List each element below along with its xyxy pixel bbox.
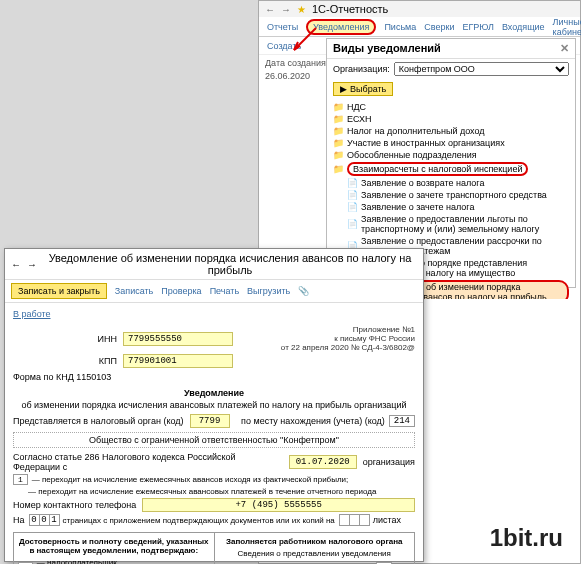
tab-egrul[interactable]: ЕГРЮЛ xyxy=(462,22,493,32)
upload-button[interactable]: Выгрузить xyxy=(247,286,290,296)
tab-sverki[interactable]: Сверки xyxy=(424,22,454,32)
bg-titlebar: ← → ★ 1С-Отчетность xyxy=(259,1,580,17)
pages-box[interactable]: 001 xyxy=(29,514,59,526)
colR-title: Заполняется работником налогового органа xyxy=(219,537,411,546)
place-code[interactable]: 214 xyxy=(389,415,415,427)
org-label: Организация: xyxy=(333,64,390,74)
panel-title: Виды уведомлений xyxy=(333,42,441,55)
create-button[interactable]: Создать xyxy=(267,41,301,51)
nav-back[interactable]: ← xyxy=(11,259,21,270)
tree-item-label: Заявление о зачете транспортного средств… xyxy=(361,190,547,200)
org-row: Организация: Конфетпром ООО xyxy=(327,59,575,79)
tree-item-label: Заявление о предоставлении льготы по тра… xyxy=(361,214,569,234)
tree-item[interactable]: 📄Заявление о возврате налога xyxy=(347,177,569,189)
tree-item[interactable]: 📁ЕСХН xyxy=(333,113,569,125)
document-icon: 📄 xyxy=(347,178,358,188)
tab-incoming[interactable]: Входящие xyxy=(502,22,545,32)
attach-icon[interactable]: 📎 xyxy=(298,286,309,296)
nav-fwd[interactable]: → xyxy=(27,259,37,270)
opt1-box[interactable]: 1 xyxy=(13,474,28,485)
check-icon: ▶ xyxy=(340,84,347,94)
org-select[interactable]: Конфетпром ООО xyxy=(394,62,569,76)
phone-field[interactable]: +7 (495) 5555555 xyxy=(142,498,415,512)
status-link[interactable]: В работе xyxy=(13,309,415,319)
nav-fwd[interactable]: → xyxy=(281,4,291,15)
form-title: Уведомление об изменении порядка исчисле… xyxy=(43,252,417,276)
panel-titlebar: Виды уведомлений ✕ xyxy=(327,39,575,59)
select-button[interactable]: ▶ Выбрать xyxy=(333,82,393,96)
inn-field[interactable]: 7799555550 xyxy=(123,332,233,346)
article-tail: организация xyxy=(363,457,415,467)
tree-item-label: Заявление о зачете налога xyxy=(361,202,474,212)
kpp-field[interactable]: 779901001 xyxy=(123,354,233,368)
save-close-button[interactable]: Записать и закрыть xyxy=(11,283,107,299)
tree-item[interactable]: 📄Заявление о предоставлении льготы по тр… xyxy=(347,213,569,235)
attach-pages-box[interactable] xyxy=(339,514,369,526)
document-icon: 📄 xyxy=(347,219,358,229)
nav-back[interactable]: ← xyxy=(265,4,275,15)
present-code[interactable]: 7799 xyxy=(190,414,230,428)
pages-pre: На xyxy=(13,515,25,525)
print-button[interactable]: Печать xyxy=(210,286,239,296)
tab-letters[interactable]: Письма xyxy=(384,22,416,32)
tab-lk[interactable]: Личные кабинеты xyxy=(553,17,581,37)
tree-item[interactable]: 📁Налог на дополнительный доход xyxy=(333,125,569,137)
tree-item-label: Участие в иностранных организациях xyxy=(347,138,505,148)
article-label: Согласно статье 286 Налогового кодекса Р… xyxy=(13,452,283,472)
signature-columns: Достоверность и полноту сведений, указан… xyxy=(13,532,415,564)
form-titlebar: ← → Уведомление об изменении порядка исч… xyxy=(5,249,423,280)
folder-icon: 📁 xyxy=(333,150,344,160)
tree-item-label: Заявление о возврате налога xyxy=(361,178,484,188)
folder-icon: 📁 xyxy=(333,102,344,112)
form-window: ← → Уведомление об изменении порядка исч… xyxy=(4,248,424,562)
tab-notifications[interactable]: Уведомления xyxy=(306,19,376,35)
opt2-text: — переходит на исчисление ежемесячных ав… xyxy=(28,487,376,496)
left-list: Дата создания 26.06.2020 xyxy=(265,55,326,84)
article-date[interactable]: 01.07.2020 xyxy=(289,455,357,469)
tree-item[interactable]: 📁НДС xyxy=(333,101,569,113)
folder-icon: 📁 xyxy=(333,126,344,136)
folder-icon: 📁 xyxy=(333,114,344,124)
col-right: Заполняется работником налогового органа… xyxy=(215,532,416,564)
folder-icon: 📁 xyxy=(333,164,344,174)
star-icon: ★ xyxy=(297,4,306,15)
tabbar: Отчеты Уведомления Письма Сверки ЕГРЮЛ В… xyxy=(259,17,580,37)
tree-item[interactable]: 📁Участие в иностранных организациях xyxy=(333,137,569,149)
tree-item-label: Обособленные подразделения xyxy=(347,150,477,160)
present-label: Представляется в налоговый орган (код) xyxy=(13,416,184,426)
annex-note: Приложение №1 к письму ФНС России от 22 … xyxy=(281,325,415,352)
form-number: Форма по КНД 1150103 xyxy=(13,372,415,382)
document-icon: 📄 xyxy=(347,202,358,212)
left-list-date[interactable]: 26.06.2020 xyxy=(265,71,326,81)
org-name-field[interactable]: Общество с ограниченной ответственностью… xyxy=(13,432,415,448)
panel-close[interactable]: ✕ xyxy=(560,42,569,55)
inn-label: ИНН xyxy=(13,334,123,344)
tree-item-label: Налог на дополнительный доход xyxy=(347,126,485,136)
tree-item[interactable]: 📁Взаиморасчеты с налоговой инспекцией xyxy=(333,161,569,177)
phone-label: Номер контактного телефона xyxy=(13,500,136,510)
tree-item[interactable]: 📄Заявление о зачете транспортного средст… xyxy=(347,189,569,201)
left-list-hdr: Дата создания xyxy=(265,58,326,68)
tree-item[interactable]: 📁Обособленные подразделения xyxy=(333,149,569,161)
doc-heading1: Уведомление xyxy=(13,388,415,398)
pages-post: листах xyxy=(373,515,401,525)
doc-heading2: об изменении порядка исчисления авансовы… xyxy=(13,400,415,410)
pages-mid: страницах с приложением подтверждающих д… xyxy=(63,516,335,525)
tree-item-label: ЕСХН xyxy=(347,114,372,124)
tab-reports[interactable]: Отчеты xyxy=(267,22,298,32)
document-icon: 📄 xyxy=(347,190,358,200)
place-label: по месту нахождения (учета) (код) xyxy=(241,416,385,426)
tree-item-label: НДС xyxy=(347,102,366,112)
watermark: 1bit.ru xyxy=(490,524,563,552)
app-title: 1С-Отчетность xyxy=(312,3,388,15)
colR-sub: Сведения о представлении уведомления xyxy=(219,549,411,558)
save-button[interactable]: Записать xyxy=(115,286,153,296)
check-button[interactable]: Проверка xyxy=(161,286,201,296)
folder-icon: 📁 xyxy=(333,138,344,148)
colL-title: Достоверность и полноту сведений, указан… xyxy=(18,537,210,555)
tree-item[interactable]: 📄Заявление о зачете налога xyxy=(347,201,569,213)
form-toolbar: Записать и закрыть Записать Проверка Печ… xyxy=(5,280,423,303)
form-body: В работе ИНН 7799555550 Приложение №1 к … xyxy=(5,303,423,564)
opt1-text: — переходит на исчисление ежемесячных ав… xyxy=(32,475,348,484)
tree-item-label: Взаиморасчеты с налоговой инспекцией xyxy=(347,162,528,176)
